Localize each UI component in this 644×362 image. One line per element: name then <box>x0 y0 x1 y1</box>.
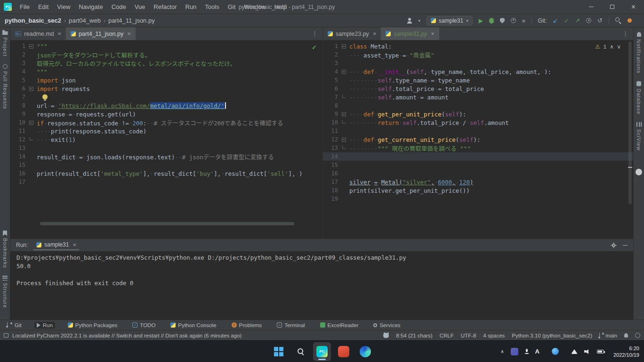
fold-collapse-icon[interactable]: − <box>342 44 346 49</box>
code-line[interactable]: 7········self.amount·=·amount <box>323 93 633 101</box>
run-configuration-select[interactable]: sample31 ▾ <box>427 16 473 25</box>
run-console[interactable]: D:¥projects¥python_basic_sec2¥venv¥Scrip… <box>10 251 633 320</box>
ime-mode-indicator[interactable]: A <box>535 348 539 355</box>
line-number[interactable]: 10 <box>10 119 27 126</box>
sidebar-item-structure[interactable]: Structure <box>2 276 8 308</box>
menu-git[interactable]: Git <box>224 0 240 14</box>
toolwindow-python-packages[interactable]: Python Packages <box>65 322 120 329</box>
code-line[interactable]: 13 <box>10 144 322 152</box>
tab-close-icon[interactable]: × <box>431 30 435 37</box>
prev-problem-icon[interactable]: ∧ <box>610 43 613 50</box>
line-number[interactable]: 2 <box>10 51 27 58</box>
menu-tools[interactable]: Tools <box>201 0 223 14</box>
battery-icon[interactable] <box>597 350 604 354</box>
code-line[interactable]: 1−""" <box>10 42 322 50</box>
line-number[interactable]: 6 <box>10 85 27 92</box>
gutter-fold[interactable] <box>340 96 347 98</box>
sidebar-item-notifications[interactable]: Notifications <box>636 32 642 74</box>
code-line[interactable]: 6−import·requests <box>10 84 322 93</box>
next-problem-icon[interactable]: ∨ <box>617 43 621 50</box>
breadcrumb-item[interactable]: part4_11_json.py <box>108 17 155 24</box>
code-line[interactable]: 10········return·self.total_price·/·self… <box>323 118 633 127</box>
code-line[interactable]: 2····asset_type·=·"貴金属" <box>323 50 633 59</box>
toolwindow-excelreader[interactable]: ExcelReader <box>318 322 361 329</box>
code-line[interactable]: 12····exit(1) <box>10 135 322 144</box>
code-line[interactable]: 12−····def·get_current_unit_price(self): <box>323 135 633 144</box>
line-number[interactable]: 5 <box>10 77 27 83</box>
code-line[interactable]: 15 <box>323 161 633 169</box>
wifi-icon[interactable] <box>571 349 578 354</box>
code-line[interactable]: 5import·json <box>10 76 322 84</box>
status-item-4-spaces[interactable]: 4 spaces <box>483 333 505 338</box>
sidebar-item-database[interactable]: Database <box>636 81 642 115</box>
status-item-python-3-10-python-b[interactable]: Python 3.10 (python_basic_sec2) <box>512 333 592 338</box>
volume-icon[interactable] <box>584 349 590 354</box>
tray-blue-icon[interactable] <box>552 348 559 355</box>
line-number[interactable]: 13 <box>10 145 27 151</box>
debug-button[interactable] <box>489 18 494 24</box>
code-line[interactable]: 16print(result_dict['metal_type'],·resul… <box>10 169 322 178</box>
fold-collapse-icon[interactable]: − <box>29 121 33 125</box>
line-number[interactable]: 11 <box>323 128 340 134</box>
menu-file[interactable]: File <box>16 0 34 14</box>
line-number[interactable]: 16 <box>10 170 27 177</box>
toolwindow-git[interactable]: Git <box>5 322 24 329</box>
code-line[interactable]: 16 <box>323 169 633 178</box>
ide-status-icon[interactable] <box>635 333 640 338</box>
tray-app-icon[interactable] <box>511 348 518 355</box>
sidebar-item-bookmarks[interactable]: Bookmarks <box>2 230 8 268</box>
gutter-fold[interactable]: − <box>27 87 35 91</box>
hide-panel-icon[interactable] <box>623 245 628 246</box>
git-commit-button[interactable]: ✓ <box>564 17 569 24</box>
code-line[interactable]: 17 <box>10 178 322 186</box>
stop-button[interactable]: ■ <box>522 18 525 24</box>
taskbar-edge-button[interactable] <box>356 342 374 361</box>
run-tab-close-icon[interactable]: × <box>72 241 76 248</box>
tab-options-icon[interactable]: ⋮ <box>618 27 633 40</box>
editor-tab[interactable]: sample23.py× <box>323 27 381 40</box>
tab-close-icon[interactable]: × <box>127 30 131 37</box>
line-number[interactable]: 19 <box>323 196 340 202</box>
line-number[interactable]: 10 <box>323 119 340 126</box>
minimize-button[interactable] <box>580 0 602 14</box>
line-number[interactable]: 9 <box>323 111 340 117</box>
gutter-fold[interactable]: − <box>340 44 347 49</box>
code-line[interactable]: 15 <box>10 161 322 169</box>
git-history-button[interactable] <box>586 18 591 23</box>
line-number[interactable]: 14 <box>323 153 340 160</box>
code-line[interactable]: 9response·=·requests.get(url) <box>10 110 322 118</box>
sidebar-item-sciview[interactable]: SciView <box>636 122 642 151</box>
line-number[interactable]: 5 <box>323 77 340 83</box>
breadcrumb-item[interactable]: python_basic_sec2 <box>5 17 61 24</box>
event-log-icon[interactable] <box>4 333 8 337</box>
line-number[interactable]: 12 <box>323 136 340 143</box>
maximize-button[interactable] <box>602 0 623 14</box>
taskbar-clock[interactable]: 6:20 2022/10/19 <box>613 345 639 358</box>
close-button[interactable]: × <box>623 0 644 14</box>
inspection-ok-indicator[interactable]: ✓ <box>312 44 317 51</box>
line-number[interactable]: 17 <box>323 179 340 185</box>
editor-tab[interactable]: M↓readme.md× <box>10 27 66 40</box>
code-line[interactable]: 14result_dict·=·json.loads(response.text… <box>10 152 322 161</box>
profiler-button[interactable] <box>511 18 516 23</box>
vertical-scrollbar[interactable] <box>628 41 632 204</box>
code-line[interactable]: 9−····def·get_per_unit_price(self): <box>323 110 633 118</box>
toolwindow-services[interactable]: Services <box>371 322 402 329</box>
status-message[interactable]: Localized PyCharm 2022.2.1 is available … <box>12 333 242 338</box>
fold-collapse-icon[interactable]: − <box>29 87 33 91</box>
menu-view[interactable]: View <box>53 0 74 14</box>
code-line[interactable]: 6········self.total_price·=·total_price <box>323 84 633 93</box>
line-number[interactable]: 15 <box>10 162 27 168</box>
fold-collapse-icon[interactable]: − <box>342 70 346 74</box>
search-everywhere-icon[interactable] <box>615 17 621 24</box>
run-settings-gear-icon[interactable] <box>612 244 615 247</box>
code-line[interactable]: 14 <box>323 152 633 161</box>
toolwindow-todo[interactable]: ✓TODO <box>130 322 158 329</box>
code-line[interactable]: 4""" <box>10 67 322 76</box>
code-line[interactable]: 8 <box>323 101 633 110</box>
gutter-fold[interactable]: − <box>27 121 35 125</box>
code-line[interactable]: 19 <box>323 195 633 203</box>
status-item-8-54-21-chars-[interactable]: 8:54 (21 chars) <box>396 333 432 338</box>
line-number[interactable]: 8 <box>10 102 27 109</box>
line-number[interactable]: 17 <box>10 179 27 185</box>
